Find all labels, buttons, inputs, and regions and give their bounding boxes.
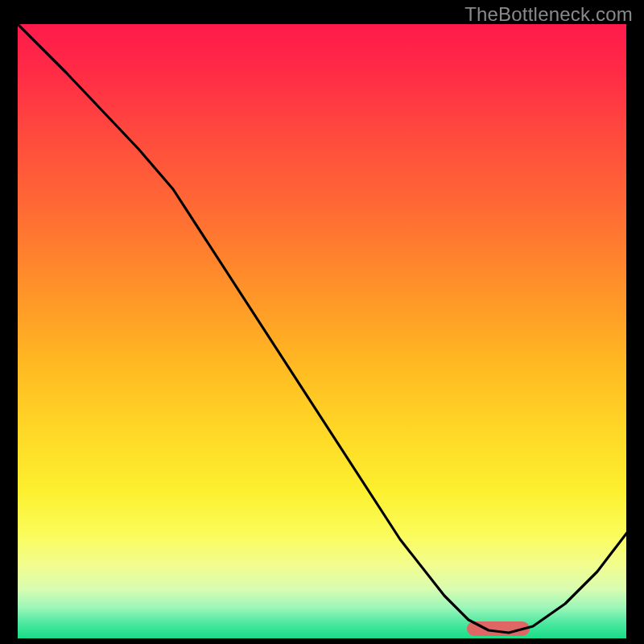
curve-path	[18, 24, 626, 633]
bottleneck-curve	[18, 24, 626, 638]
chart-frame	[12, 24, 632, 644]
plot-area	[18, 24, 626, 638]
watermark-label: TheBottleneck.com	[464, 3, 633, 26]
